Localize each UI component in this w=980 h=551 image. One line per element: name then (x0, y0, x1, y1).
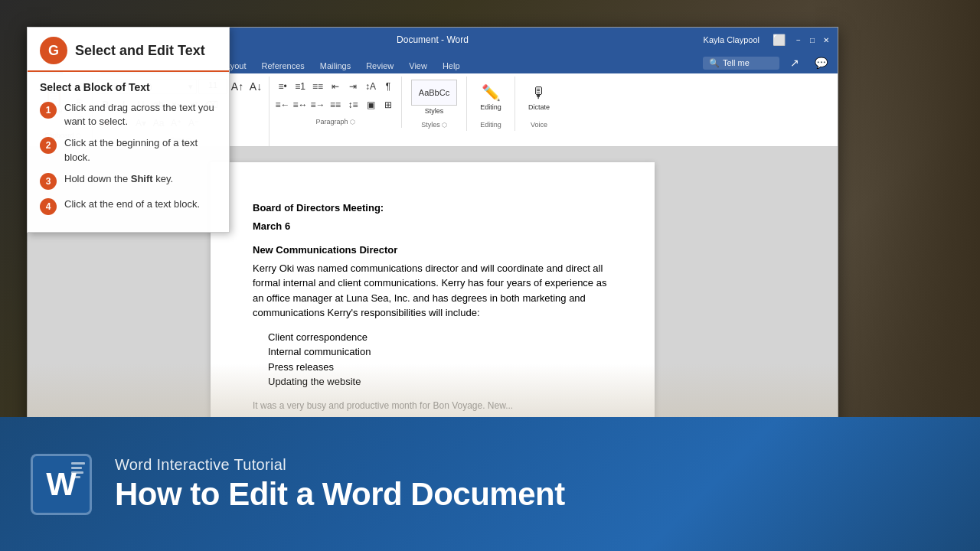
styles-content: AaBbCc Styles (407, 77, 462, 119)
editing-button[interactable]: ✏️ Editing (472, 77, 510, 118)
ribbon-search-area: 🔍 Tell me ↗ 💬 (703, 52, 831, 73)
styles-expand-icon[interactable]: ⬡ (442, 122, 447, 129)
close-button[interactable]: ✕ (821, 34, 831, 45)
step-number-1: 1 (40, 102, 57, 119)
step-number-2: 2 (40, 137, 57, 154)
grammarly-logo: G (40, 37, 67, 64)
step-number-3: 3 (40, 173, 57, 190)
doc-list-item-1: Client correspondence (253, 330, 612, 345)
borders-button[interactable]: ⊞ (380, 96, 397, 113)
tab-help[interactable]: Help (435, 58, 468, 73)
tutorial-panel: G Select and Edit Text Select a Block of… (27, 27, 230, 233)
multilevel-button[interactable]: ≡≡ (309, 78, 326, 95)
increase-indent-button[interactable]: ⇥ (345, 78, 361, 95)
justify-button[interactable]: ≡≡ (327, 96, 344, 113)
tab-mailings[interactable]: Mailings (312, 58, 358, 73)
dictate-icon: 🎙 (531, 84, 547, 102)
tab-view[interactable]: View (401, 58, 435, 73)
tutorial-step-4: 4 Click at the end of a text block. (40, 197, 217, 215)
share-icon[interactable]: ↗ (784, 52, 805, 73)
editing-content: ✏️ Editing (472, 77, 510, 119)
tutorial-step-1: 1 Click and drag across the text you wan… (40, 101, 217, 129)
styles-button[interactable]: AaBbCc Styles (407, 77, 462, 118)
font-size-increase-button[interactable]: A↑ (229, 78, 246, 95)
comment-icon[interactable]: 💬 (810, 52, 831, 73)
ribbon-search-box[interactable]: 🔍 Tell me (703, 57, 779, 70)
paragraph-label: Paragraph ⬡ (274, 116, 397, 128)
doc-heading-section: Board of Directors Meeting: March 6 (253, 201, 612, 233)
banner-subtitle: Word Interactive Tutorial (115, 456, 565, 474)
doc-second-paragraph: It was a very busy and productive month … (253, 399, 612, 412)
line-spacing-button[interactable]: ↕≡ (345, 96, 361, 113)
banner-text: Word Interactive Tutorial How to Edit a … (115, 456, 565, 512)
title-bar-right: Kayla Claypool ⬜ − □ ✕ (566, 29, 831, 51)
tab-review[interactable]: Review (358, 58, 401, 73)
sort-button[interactable]: ↕A (362, 78, 379, 95)
bullets-button[interactable]: ≡• (274, 78, 291, 95)
align-center-button[interactable]: ≡↔ (292, 96, 309, 113)
step-text-3: Hold down the Shift key. (64, 172, 173, 186)
voice-content: 🎙 Dictate (520, 77, 558, 119)
styles-icon: AaBbCc (411, 80, 457, 106)
align-left-button[interactable]: ≡← (274, 96, 291, 113)
shading-button[interactable]: ▣ (362, 96, 379, 113)
paragraph-row2: ≡← ≡↔ ≡→ ≡≡ ↕≡ ▣ ⊞ (274, 96, 397, 113)
title-bar-title: Document - Word (299, 34, 565, 45)
voice-group-label: Voice (520, 119, 558, 131)
ribbon-group-styles: AaBbCc Styles Styles ⬡ (402, 77, 467, 131)
tab-references[interactable]: References (254, 58, 312, 73)
align-right-button[interactable]: ≡→ (309, 96, 326, 113)
doc-heading2: March 6 (253, 219, 612, 234)
ribbon-search-label: Tell me (723, 58, 750, 67)
paragraph-expand-icon[interactable]: ⬡ (350, 119, 355, 126)
doc-heading1: Board of Directors Meeting: (253, 201, 612, 216)
doc-list-item-3: Press releases (253, 360, 612, 375)
search-icon: 🔍 (709, 58, 720, 68)
doc-list-item-2: Internal communication (253, 344, 612, 360)
decrease-indent-button[interactable]: ⇤ (327, 78, 344, 95)
dictate-button[interactable]: 🎙 Dictate (520, 77, 558, 118)
main-container: G Select and Edit Text Select a Block of… (0, 0, 980, 551)
ribbon-group-paragraph: ≡• ≡1 ≡≡ ⇤ ⇥ ↕A ¶ ≡← ≡↔ ≡→ ≡≡ (270, 77, 402, 128)
editing-icon: ✏️ (482, 83, 501, 102)
tutorial-step-3: 3 Hold down the Shift key. (40, 172, 217, 190)
show-hide-button[interactable]: ¶ (380, 78, 397, 95)
ribbon-group-editing: ✏️ Editing Editing (467, 77, 515, 131)
doc-section-title: New Communications Director (253, 243, 612, 258)
doc-list-item-4: Updating the website (253, 374, 612, 390)
bottom-banner: W Word Interactive Tutorial How to Edit … (0, 417, 980, 551)
maximize-button[interactable]: □ (807, 34, 818, 45)
user-name: Kayla Claypool (704, 35, 760, 44)
tutorial-content: Select a Block of Text 1 Click and drag … (28, 72, 229, 232)
step-text-4: Click at the end of a text block. (64, 197, 200, 211)
tutorial-header: G Select and Edit Text (28, 28, 229, 72)
editing-label: Editing (480, 103, 501, 111)
doc-communications-section: New Communications Director Kerry Oki wa… (253, 243, 612, 321)
dictate-label: Dictate (528, 103, 550, 111)
styles-label: Styles (425, 107, 444, 115)
logo-line-1 (71, 462, 85, 465)
word-logo-decoration (71, 462, 85, 478)
editing-group-label: Editing (472, 119, 510, 131)
grammarly-letter: G (48, 43, 59, 59)
paragraph-row1: ≡• ≡1 ≡≡ ⇤ ⇥ ↕A ¶ (274, 78, 397, 95)
ribbon-group-voice: 🎙 Dictate Voice (515, 77, 563, 131)
logo-line-3 (71, 471, 83, 474)
tutorial-step-2: 2 Click at the beginning of a text block… (40, 136, 217, 164)
numbering-button[interactable]: ≡1 (292, 78, 309, 95)
step-text-2: Click at the beginning of a text block. (64, 136, 217, 164)
window-resize-icon[interactable]: ⬜ (769, 29, 790, 51)
document-title: Document - Word (397, 34, 469, 45)
step-text-1: Click and drag across the text you want … (64, 101, 217, 129)
minimize-button[interactable]: − (793, 34, 804, 45)
font-size-decrease-button[interactable]: A↓ (247, 78, 264, 95)
logo-line-4 (71, 476, 80, 478)
banner-title: How to Edit a Word Document (115, 477, 565, 512)
tutorial-section-title: Select a Block of Text (40, 81, 217, 93)
word-logo: W (31, 454, 92, 515)
paragraph-content: ≡• ≡1 ≡≡ ⇤ ⇥ ↕A ¶ ≡← ≡↔ ≡→ ≡≡ (274, 77, 397, 116)
doc-list-section: Client correspondence Internal communica… (253, 330, 612, 390)
doc-paragraph: Kerry Oki was named communications direc… (253, 261, 612, 321)
styles-group-label: Styles ⬡ (407, 119, 462, 131)
document-page: Board of Directors Meeting: March 6 New … (211, 162, 655, 424)
